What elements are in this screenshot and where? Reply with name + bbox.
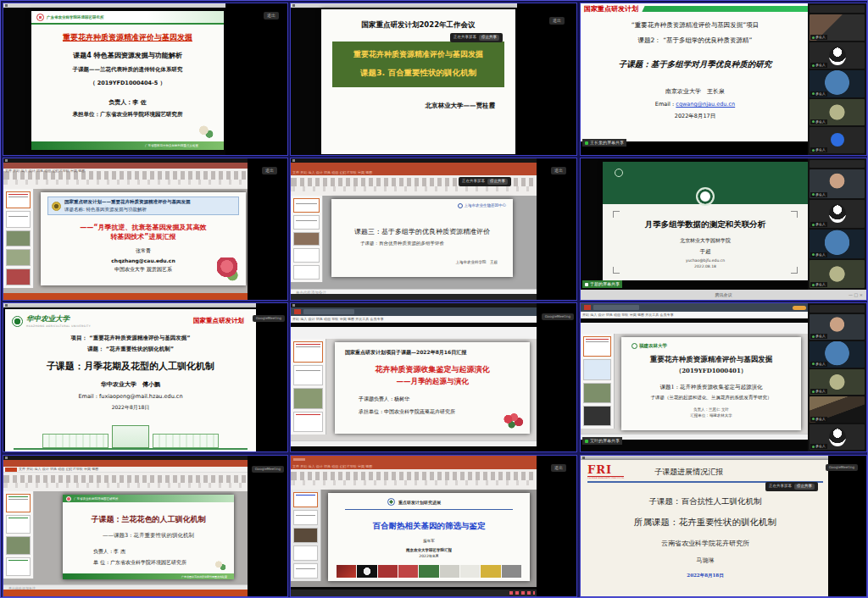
wps-menu-row[interactable]: 开始 插入 设计 切换 动画 放映 审阅 视图 开发工具 会员专享 bbox=[291, 316, 576, 323]
participant-video[interactable]: 参会人 bbox=[810, 169, 865, 198]
slide-thumbnail[interactable] bbox=[6, 191, 31, 208]
participant-video[interactable]: 参会人 bbox=[810, 200, 865, 229]
ppt-titlebar[interactable] bbox=[3, 460, 287, 467]
ppt-tab-row[interactable]: 文件 开始 插入 设计 切换 动画 幻灯片放映 审阅 视图 bbox=[3, 467, 287, 473]
slide-thumbnail[interactable] bbox=[6, 557, 31, 576]
slide-thumbnail[interactable] bbox=[293, 510, 318, 525]
ribbon-tabs[interactable]: 文件 开始 插入 设计 切换 动画 幻灯片放映 审阅 视图 bbox=[291, 170, 374, 175]
slide-thumbnail[interactable] bbox=[293, 248, 320, 263]
ppt-ribbon[interactable]: 文件 开始 插入 设计 切换 动画 幻灯片放映 审阅 视图 bbox=[3, 169, 249, 189]
ppt-titlebar[interactable] bbox=[291, 163, 576, 169]
slide-thumbnail-panel[interactable] bbox=[3, 189, 34, 288]
participant-video[interactable]: 参会人 bbox=[810, 230, 865, 258]
slide-thumbnail[interactable] bbox=[6, 230, 31, 247]
ppt-ribbon[interactable] bbox=[3, 473, 249, 491]
window-controls[interactable]: — □ × bbox=[849, 292, 863, 297]
slide-thumbnail[interactable] bbox=[583, 359, 611, 379]
window-shanghai-lily-ppt[interactable]: 文件 开始 插入 设计 切换 动画 幻灯片放映 审阅 视图 正在共享屏幕 停止共… bbox=[290, 158, 577, 301]
taskbar[interactable] bbox=[3, 293, 249, 300]
slide-thumbnail[interactable] bbox=[6, 269, 31, 285]
quick-access-toolbar[interactable] bbox=[293, 458, 305, 461]
ppt-statusbar[interactable] bbox=[291, 294, 538, 300]
window-gdaas-orchid-color-ppt[interactable]: 文件 开始 插入 设计 切换 动画 幻灯片放映 审阅 视图 广东省农业科学院环境… bbox=[3, 455, 288, 597]
participant-video[interactable]: 参会人 bbox=[810, 341, 865, 367]
wps-tab-bar[interactable] bbox=[581, 303, 810, 312]
window-njau-rose-omics[interactable]: 国家重点研发计划 “重要花卉种质资源精准评价与基因发掘”项目 课题2： “基于多… bbox=[580, 3, 867, 156]
slide-thumbnail[interactable] bbox=[583, 383, 611, 403]
wps-tab-bar[interactable]: — □ × bbox=[291, 307, 576, 316]
participant-video[interactable]: 参会人 bbox=[810, 396, 865, 422]
window-yunnan-fri-lily[interactable]: — □ × FRI FLOWER RESEARCH INSTITUTE 子课题进… bbox=[580, 455, 867, 597]
document-tab[interactable] bbox=[593, 305, 639, 310]
notification-icons[interactable] bbox=[509, 591, 535, 595]
exit-button[interactable]: 退出 bbox=[549, 17, 565, 25]
slide-thumbnail[interactable] bbox=[293, 412, 323, 433]
ppt-titlebar[interactable]: — □ × bbox=[291, 456, 576, 463]
slide-thumbnail-panel[interactable] bbox=[291, 339, 326, 435]
exit-button[interactable]: 退出 bbox=[264, 12, 279, 19]
ppt-titlebar[interactable] bbox=[3, 163, 287, 169]
ribbon-tabs[interactable]: 文件 开始 插入 设计 切换 动画 幻灯片放映 审阅 视图 bbox=[3, 169, 249, 174]
window-njau-lily-heat-ppt[interactable]: — □ × 文件 开始 插入 设计 切换 动画 幻灯片放映 审阅 视图 重点研发… bbox=[290, 455, 577, 597]
slide-thumbnail[interactable] bbox=[293, 563, 318, 579]
slide-thumbnail[interactable] bbox=[6, 494, 31, 512]
vip-button[interactable] bbox=[793, 306, 806, 310]
slide-thumbnail-panel[interactable] bbox=[581, 334, 615, 429]
slide-thumbnail[interactable] bbox=[6, 515, 31, 534]
ppt-ribbon[interactable] bbox=[291, 469, 538, 490]
window-caas-rose-origin-wps[interactable]: — □ × 开始 插入 设计 切换 动画 放映 审阅 视图 开发工具 会员专享 … bbox=[290, 302, 577, 452]
slide-thumbnail-panel[interactable] bbox=[291, 196, 323, 282]
exit-button[interactable]: 退出 bbox=[551, 464, 566, 472]
app-overlay-chip[interactable]: GoogleMeeting bbox=[252, 466, 284, 473]
window-cau-rose-ppt[interactable]: 文件 开始 插入 设计 切换 动画 幻灯片放映 审阅 视图 国家重点研发计划——… bbox=[3, 158, 288, 301]
slide-thumbnail[interactable] bbox=[583, 406, 611, 426]
slide-thumbnail[interactable] bbox=[293, 492, 318, 507]
window-gdaas-orchid-title[interactable]: — □ × 广东省农业科学院环境园艺研究所 重要花卉种质资源精准评价与基因发掘 … bbox=[3, 3, 288, 156]
window-titlebar[interactable]: — □ × bbox=[3, 303, 287, 307]
window-bjfu-lily-topic3[interactable]: — □ × 国家重点研发计划2022年工作会议 重要花卉种质资源精准评价与基因发… bbox=[290, 3, 577, 156]
ribbon-tabs[interactable]: 文件 开始 插入 设计 切换 动画 幻灯片放映 审阅 视图 bbox=[17, 467, 100, 472]
wps-menu-row[interactable]: 开始 插入 设计 切换 动画 放映 审阅 视图 开发工具 会员专享 bbox=[581, 312, 810, 318]
slide-thumbnail[interactable] bbox=[293, 388, 323, 409]
participant-video[interactable]: 参会人 bbox=[810, 99, 865, 125]
taskbar[interactable] bbox=[3, 590, 249, 596]
participant-panel-header[interactable] bbox=[810, 5, 865, 13]
slide-thumbnail[interactable] bbox=[293, 528, 318, 543]
app-overlay-chip[interactable]: 退出 bbox=[262, 167, 277, 174]
slide-thumbnail[interactable] bbox=[583, 336, 611, 357]
wps-toolbar[interactable] bbox=[581, 323, 810, 334]
participant-video[interactable]: 参会人 bbox=[810, 260, 865, 289]
meeting-app-bar[interactable]: 腾讯会议 — □ × bbox=[581, 290, 866, 300]
participant-panel-header[interactable] bbox=[810, 160, 865, 168]
app-overlay-chip[interactable]: GoogleMeeting bbox=[826, 464, 858, 471]
stop-share-button[interactable]: 停止共享 bbox=[794, 484, 815, 490]
slide-thumbnail[interactable] bbox=[293, 365, 323, 386]
ppt-statusbar[interactable] bbox=[291, 590, 538, 596]
slide-thumbnail[interactable] bbox=[6, 536, 31, 555]
stop-share-button[interactable]: 停止共享 bbox=[487, 179, 508, 185]
slide-thumbnail[interactable] bbox=[293, 265, 320, 280]
stop-share-button[interactable]: 停止共享 bbox=[479, 35, 499, 41]
participant-video[interactable]: 参会人 bbox=[810, 42, 865, 69]
menu-tabs[interactable]: 开始 插入 设计 切换 动画 放映 审阅 视图 开发工具 会员专享 bbox=[291, 317, 385, 322]
screen-share-toast[interactable]: 正在共享屏幕 停止共享 bbox=[459, 177, 511, 186]
participant-video[interactable]: 参会人 bbox=[810, 424, 865, 450]
participant-video[interactable]: 参会人 bbox=[810, 369, 865, 395]
screen-share-toast[interactable]: 正在共享屏幕 停止共享 bbox=[765, 482, 818, 491]
slide-thumbnail[interactable] bbox=[293, 232, 320, 246]
wps-statusbar[interactable] bbox=[291, 440, 538, 446]
screen-share-toast[interactable]: 正在共享屏幕 停止共享 bbox=[450, 33, 503, 42]
participant-video[interactable]: 参会人 bbox=[810, 14, 865, 41]
document-tab[interactable] bbox=[303, 309, 354, 314]
slide-thumbnail[interactable] bbox=[293, 545, 318, 561]
ribbon-tabs[interactable]: 文件 开始 插入 设计 切换 动画 幻灯片放映 审阅 视图 bbox=[291, 464, 374, 469]
slide-thumbnail-panel[interactable] bbox=[291, 490, 321, 581]
window-fafu-orchid-wps[interactable]: 开始 插入 设计 切换 动画 放映 审阅 视图 开发工具 会员专享 福建农林大学… bbox=[580, 302, 867, 452]
slide-thumbnail[interactable] bbox=[293, 341, 323, 363]
participant-video[interactable]: 参会人 bbox=[810, 70, 865, 97]
slide-thumbnail[interactable] bbox=[6, 249, 31, 266]
file-tab[interactable] bbox=[5, 468, 17, 472]
ppt-tab-row[interactable]: 文件 开始 插入 设计 切换 动画 幻灯片放映 审阅 视图 bbox=[291, 169, 576, 175]
menu-tabs[interactable]: 开始 插入 设计 切换 动画 放映 审阅 视图 开发工具 会员专享 bbox=[581, 313, 675, 318]
participant-video[interactable]: 参会人 bbox=[810, 127, 865, 153]
